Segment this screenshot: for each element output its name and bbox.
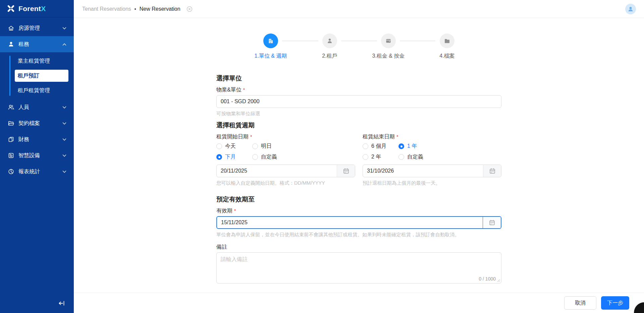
radio-circle[interactable] [252, 154, 258, 160]
documents-icon [8, 136, 14, 143]
radio-start-next-month[interactable]: 下月 [216, 153, 252, 161]
required-mark: * [250, 134, 252, 139]
breadcrumb-current: New Reservation [140, 6, 180, 12]
radio-circle[interactable] [398, 154, 404, 160]
section-title-period: 選擇租賃週期 [216, 121, 501, 129]
unit-select-input[interactable] [217, 96, 501, 108]
chevron-down-icon [62, 122, 66, 125]
radio-circle[interactable] [398, 143, 404, 149]
stepper: 1.單位 & 週期 2.租戶 3.租金 & [216, 34, 501, 59]
section-title-unit: 選擇單位 [216, 74, 501, 82]
submenu-indicator-bar [9, 56, 10, 96]
sidebar-item-label: 房源管理 [18, 25, 62, 32]
calendar-icon[interactable] [337, 165, 355, 177]
avatar-person-icon [627, 6, 634, 12]
close-tab-icon[interactable] [186, 6, 193, 12]
sidebar-item-finance[interactable]: 財務 [0, 131, 74, 147]
sidebar-item-contract-files[interactable]: 契約檔案 [0, 115, 74, 131]
step-label: 2.租戶 [322, 53, 337, 60]
person-icon [322, 34, 337, 48]
lease-end-date-input[interactable] [363, 165, 483, 177]
breadcrumb: Tenant Reservations • New Reservation [82, 6, 193, 12]
radio-start-today[interactable]: 今天 [216, 143, 252, 150]
step-files[interactable]: 4.檔案 [422, 34, 472, 60]
step-label: 3.租金 & 按金 [372, 53, 405, 60]
step-unit-period[interactable]: 1.單位 & 週期 [246, 34, 296, 60]
remarks-textarea[interactable] [217, 253, 501, 283]
radio-end-custom[interactable]: 自定義 [398, 153, 423, 161]
validity-field-label: 有效期* [216, 207, 501, 214]
validity-date-input[interactable] [217, 217, 483, 228]
chevron-down-icon [62, 138, 66, 141]
sub-item-label: 業主租賃管理 [18, 58, 50, 65]
chevron-down-icon [62, 27, 66, 30]
chevron-down-icon [62, 154, 66, 157]
lease-start-date-input[interactable] [217, 165, 337, 177]
resize-handle-icon[interactable] [497, 279, 500, 282]
lease-end-date-field[interactable] [363, 165, 501, 177]
cancel-button[interactable]: 取消 [564, 296, 596, 310]
lease-start-label: 租賃開始日期* [216, 133, 355, 140]
wallet-icon [381, 34, 396, 48]
collapse-arrow-icon [58, 300, 65, 307]
user-avatar[interactable] [625, 4, 636, 14]
folder-icon [440, 34, 454, 48]
lease-start-date-field[interactable] [216, 165, 355, 177]
breadcrumb-parent[interactable]: Tenant Reservations [82, 6, 131, 12]
home-icon [8, 25, 14, 32]
sub-item-label: 租戶租賃管理 [18, 87, 50, 94]
sidebar-item-label: 智慧設備 [18, 152, 62, 159]
folder-icon [8, 120, 14, 127]
remarks-field: 0 / 1000 [216, 252, 501, 284]
device-icon [8, 152, 14, 159]
radio-circle[interactable] [252, 143, 258, 149]
step-tenant[interactable]: 2.租戶 [305, 34, 355, 60]
step-label: 1.單位 & 週期 [255, 53, 287, 60]
sidebar-item-properties[interactable]: 房源管理 [0, 20, 74, 36]
radio-circle[interactable] [216, 154, 222, 160]
unit-select[interactable] [216, 95, 501, 108]
chevron-up-icon [62, 43, 66, 46]
chevron-down-icon [62, 170, 66, 173]
chevron-down-icon [62, 106, 66, 109]
sidebar-item-personnel[interactable]: 人員 [0, 99, 74, 115]
sidebar-item-tenant-reservations[interactable]: 租戶預訂 [15, 70, 68, 82]
sidebar-item-owner-lease-management[interactable]: 業主租賃管理 [0, 54, 74, 68]
brand-x-icon [6, 4, 15, 13]
sidebar-item-reports[interactable]: 報表統計 [0, 164, 74, 180]
radio-end-6-months[interactable]: 6 個月 [363, 143, 398, 150]
radio-circle[interactable] [363, 154, 368, 160]
step-rent-deposit[interactable]: 3.租金 & 按金 [363, 34, 414, 60]
sidebar-item-leasing[interactable]: 租務 [0, 36, 74, 52]
breadcrumb-separator: • [135, 6, 136, 12]
brand-logo[interactable]: ForentX [0, 0, 74, 17]
radio-circle[interactable] [216, 143, 222, 149]
pie-chart-icon [8, 168, 14, 175]
sub-item-label: 租戶預訂 [18, 72, 39, 79]
radio-start-custom[interactable]: 自定義 [252, 153, 277, 161]
validity-date-field[interactable] [216, 216, 501, 229]
lease-start-help-text: 您可以輸入自定義開始日期。格式：DD/MM/YYYY [216, 180, 355, 186]
sidebar-collapse-button[interactable] [57, 299, 66, 308]
unit-help-text: 可按物業和單位篩選 [216, 111, 501, 117]
next-step-button[interactable]: 下一步 [601, 296, 629, 310]
lease-start-column: 租賃開始日期* 今天 明日 下月 [216, 129, 355, 186]
sidebar-menu: 房源管理 租務 業主租賃管理 租戶預訂 [0, 17, 74, 180]
calendar-icon[interactable] [483, 217, 501, 228]
sidebar-item-tenant-lease-management[interactable]: 租戶租賃管理 [0, 83, 74, 98]
person-icon [8, 41, 14, 48]
reservation-form: 1.單位 & 週期 2.租戶 3.租金 & [216, 34, 501, 284]
sidebar: ForentX 房源管理 租務 [0, 0, 74, 313]
radio-end-1-year[interactable]: 1 年 [398, 143, 423, 150]
radio-end-2-years[interactable]: 2 年 [363, 153, 398, 161]
radio-circle[interactable] [363, 143, 368, 149]
building-icon [263, 34, 278, 48]
brand-name: ForentX [18, 5, 46, 13]
calendar-icon[interactable] [483, 165, 501, 177]
remarks-label: 備註 [216, 244, 501, 250]
unit-field-label: 物業&單位* [216, 86, 501, 93]
sidebar-item-smart-devices[interactable]: 智慧設備 [0, 147, 74, 164]
topbar: Tenant Reservations • New Reservation [74, 0, 644, 18]
main-content: 1.單位 & 週期 2.租戶 3.租金 & [74, 18, 644, 293]
radio-start-tomorrow[interactable]: 明日 [252, 143, 277, 150]
